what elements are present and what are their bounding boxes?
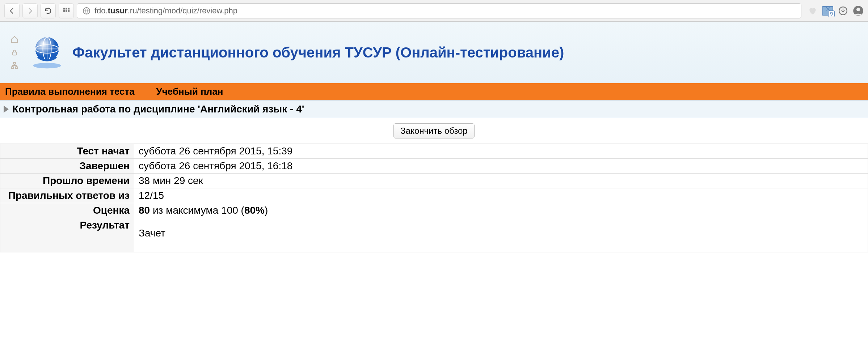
row-started: Тест начат суббота 26 сентября 2015, 15:… <box>0 144 868 159</box>
value-result: Зачет <box>134 218 868 252</box>
sub-header-text: Контрольная работа по дисциплине 'Англий… <box>12 103 304 115</box>
main-nav: Правила выполнения теста Учебный план <box>0 83 868 100</box>
home-icon[interactable] <box>10 35 18 43</box>
value-started: суббота 26 сентября 2015, 15:39 <box>134 144 868 159</box>
row-result: Результат Зачет <box>0 218 868 252</box>
value-time: 38 мин 29 сек <box>134 174 868 188</box>
heart-icon[interactable] <box>807 5 818 16</box>
address-bar[interactable]: fdo.tusur.ru/testing/mod/quiz/review.php <box>77 3 801 18</box>
svg-rect-12 <box>12 67 14 69</box>
svg-rect-1 <box>66 8 67 9</box>
finish-review-button[interactable]: Закончить обзор <box>393 123 474 138</box>
row-finished: Завершен суббота 26 сентября 2015, 16:18 <box>0 159 868 174</box>
sub-header[interactable]: Контрольная работа по дисциплине 'Англий… <box>0 100 868 118</box>
site-logo <box>29 34 65 71</box>
label-result: Результат <box>0 218 134 252</box>
back-button[interactable] <box>4 3 20 18</box>
site-title: Факультет дистанционного обучения ТУСУР … <box>72 44 564 61</box>
reload-icon <box>44 7 52 15</box>
label-finished: Завершен <box>0 159 134 174</box>
globe-logo-icon <box>30 35 64 70</box>
apps-button[interactable] <box>59 3 74 18</box>
reload-button[interactable] <box>41 3 56 18</box>
svg-point-9 <box>856 8 860 11</box>
row-time: Прошло времени 38 мин 29 сек <box>0 174 868 188</box>
lock-icon[interactable] <box>10 48 18 56</box>
svg-rect-2 <box>68 8 70 9</box>
svg-rect-13 <box>16 67 18 69</box>
row-grade: Оценка 80 из максимума 100 (80%) <box>0 203 868 218</box>
site-header: Факультет дистанционного обучения ТУСУР … <box>0 22 868 83</box>
finish-wrap: Закончить обзор <box>0 118 868 144</box>
svg-rect-11 <box>13 63 16 64</box>
browser-toolbar: fdo.tusur.ru/testing/mod/quiz/review.php… <box>0 0 868 22</box>
label-correct: Правильных ответов из <box>0 188 134 203</box>
bottom-spacer <box>0 252 868 337</box>
sitemap-icon[interactable] <box>10 61 18 69</box>
mail-button[interactable]: 9 <box>822 5 833 16</box>
summary-table: Тест начат суббота 26 сентября 2015, 15:… <box>0 144 868 252</box>
row-correct: Правильных ответов из 12/15 <box>0 188 868 203</box>
chevron-right-icon <box>26 7 34 15</box>
left-rail <box>7 35 22 69</box>
profile-button[interactable] <box>853 5 864 16</box>
nav-rules[interactable]: Правила выполнения теста <box>5 86 135 97</box>
label-grade: Оценка <box>0 203 134 218</box>
svg-point-14 <box>33 63 61 68</box>
value-grade: 80 из максимума 100 (80%) <box>134 203 868 218</box>
triangle-right-icon <box>4 106 9 113</box>
svg-rect-3 <box>63 10 65 12</box>
svg-rect-0 <box>63 8 65 9</box>
url-text: fdo.tusur.ru/testing/mod/quiz/review.php <box>94 6 237 16</box>
label-time: Прошло времени <box>0 174 134 188</box>
value-correct: 12/15 <box>134 188 868 203</box>
chevron-left-icon <box>8 7 16 15</box>
mail-icon: 9 <box>822 6 833 16</box>
forward-button[interactable] <box>22 3 38 18</box>
label-started: Тест начат <box>0 144 134 159</box>
download-button[interactable] <box>838 5 848 16</box>
nav-plan[interactable]: Учебный план <box>156 86 223 97</box>
toolbar-right: 9 <box>804 5 864 16</box>
mail-badge: 9 <box>828 10 835 17</box>
globe-icon <box>82 7 91 15</box>
grid-icon <box>62 7 70 15</box>
svg-rect-10 <box>13 52 17 55</box>
svg-rect-5 <box>68 10 70 12</box>
value-finished: суббота 26 сентября 2015, 16:18 <box>134 159 868 174</box>
svg-rect-4 <box>66 10 67 12</box>
